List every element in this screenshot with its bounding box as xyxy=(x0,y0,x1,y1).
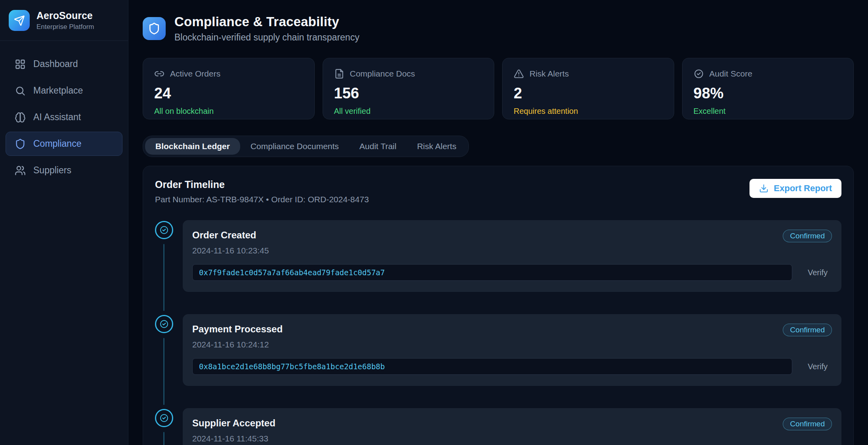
paper-plane-icon xyxy=(14,15,25,26)
page-header-text: Compliance & Traceability Blockchain-ver… xyxy=(174,14,359,43)
page-subtitle: Blockchain-verified supply chain transpa… xyxy=(174,32,359,43)
timeline-connector xyxy=(163,338,164,405)
timeline-gutter xyxy=(155,408,173,445)
page-header-shield-badge xyxy=(143,17,166,40)
stat-label: Active Orders xyxy=(170,69,220,79)
stat-label: Compliance Docs xyxy=(350,69,415,79)
shield-icon xyxy=(15,138,26,150)
status-badge: Confirmed xyxy=(783,230,832,242)
sidebar-item-compliance[interactable]: Compliance xyxy=(6,132,122,156)
sidebar-item-ai-assistant[interactable]: AI Assistant xyxy=(6,105,122,129)
timeline-card: Order Created Confirmed 2024-11-16 10:23… xyxy=(183,220,841,292)
sidebar: AeroSource Enterprise Platform Dashboard… xyxy=(0,0,128,445)
brand-text: AeroSource Enterprise Platform xyxy=(36,10,94,31)
stat-value: 98% xyxy=(694,85,843,102)
alert-triangle-icon xyxy=(514,69,524,79)
tab-bar: Blockchain Ledger Compliance Documents A… xyxy=(143,136,469,157)
event-timestamp: 2024-11-16 11:45:33 xyxy=(192,434,832,443)
sidebar-item-label: AI Assistant xyxy=(33,112,81,123)
verify-button[interactable]: Verify xyxy=(803,268,832,277)
sidebar-item-dashboard[interactable]: Dashboard xyxy=(6,52,122,76)
brand: AeroSource Enterprise Platform xyxy=(0,0,128,40)
check-circle-icon xyxy=(159,225,169,235)
dashboard-grid-icon xyxy=(15,59,26,70)
timeline-step-marker xyxy=(155,221,173,239)
event-title: Order Created xyxy=(192,230,256,241)
sidebar-item-label: Suppliers xyxy=(33,165,71,176)
main-content: Compliance & Traceability Blockchain-ver… xyxy=(128,0,868,445)
timeline-connector xyxy=(163,432,164,445)
sidebar-item-label: Marketplace xyxy=(33,85,83,96)
stat-subtext: All on blockchain xyxy=(154,107,303,116)
timeline-card: Supplier Accepted Confirmed 2024-11-16 1… xyxy=(183,408,841,445)
stats-row: Active Orders 24 All on blockchain Compl… xyxy=(143,58,854,119)
check-circle-icon xyxy=(159,319,169,329)
timeline-card: Payment Processed Confirmed 2024-11-16 1… xyxy=(183,314,841,386)
stat-subtext: All verified xyxy=(334,107,483,116)
blockchain-hash: 0x7f9fade1c0d57a7af66ab4ead79fade1c0d57a… xyxy=(192,264,792,281)
stat-card-compliance-docs: Compliance Docs 156 All verified xyxy=(323,58,495,119)
blockchain-hash: 0x8a1bce2d1e68b8bg77bc5fbe8a1bce2d1e68b8… xyxy=(192,358,792,375)
users-icon xyxy=(15,165,26,176)
sidebar-item-label: Compliance xyxy=(33,138,81,149)
timeline: Order Created Confirmed 2024-11-16 10:23… xyxy=(155,220,841,445)
tab-blockchain-ledger[interactable]: Blockchain Ledger xyxy=(145,138,240,155)
check-circle-icon xyxy=(694,69,704,79)
app-root: AeroSource Enterprise Platform Dashboard… xyxy=(0,0,868,445)
link-icon xyxy=(154,69,164,79)
brand-name: AeroSource xyxy=(36,10,94,21)
panel-title: Order Timeline xyxy=(155,179,369,190)
sidebar-nav: Dashboard Marketplace AI Assistant Compl… xyxy=(0,41,128,194)
event-timestamp: 2024-11-16 10:23:45 xyxy=(192,246,832,255)
page-title: Compliance & Traceability xyxy=(174,14,359,29)
timeline-step-marker xyxy=(155,409,173,427)
stat-label: Audit Score xyxy=(709,69,753,79)
timeline-connector xyxy=(163,244,164,311)
order-timeline-panel: Order Timeline Part Number: AS-TRB-9847X… xyxy=(143,166,854,445)
tab-risk-alerts[interactable]: Risk Alerts xyxy=(407,138,467,155)
stat-card-audit-score: Audit Score 98% Excellent xyxy=(682,58,854,119)
timeline-gutter xyxy=(155,220,173,292)
stat-value: 2 xyxy=(514,85,663,102)
sidebar-item-label: Dashboard xyxy=(33,59,78,69)
status-badge: Confirmed xyxy=(783,418,832,430)
stat-label: Risk Alerts xyxy=(530,69,569,79)
event-title: Payment Processed xyxy=(192,324,283,335)
search-icon xyxy=(15,85,26,96)
timeline-gutter xyxy=(155,314,173,386)
file-text-icon xyxy=(334,69,344,79)
panel-header: Order Timeline Part Number: AS-TRB-9847X… xyxy=(155,179,841,204)
export-report-label: Export Report xyxy=(774,183,832,194)
stat-card-active-orders: Active Orders 24 All on blockchain xyxy=(143,58,315,119)
page-header: Compliance & Traceability Blockchain-ver… xyxy=(143,14,854,43)
brand-logo xyxy=(9,10,30,31)
stat-value: 24 xyxy=(154,85,303,102)
shield-icon xyxy=(148,22,161,35)
tab-compliance-documents[interactable]: Compliance Documents xyxy=(240,138,349,155)
export-report-button[interactable]: Export Report xyxy=(749,179,841,198)
tab-audit-trail[interactable]: Audit Trail xyxy=(349,138,407,155)
stat-subtext: Excellent xyxy=(694,107,843,116)
timeline-entry-payment-processed: Payment Processed Confirmed 2024-11-16 1… xyxy=(155,314,841,386)
panel-subtitle: Part Number: AS-TRB-9847X • Order ID: OR… xyxy=(155,195,369,204)
sidebar-item-marketplace[interactable]: Marketplace xyxy=(6,79,122,103)
timeline-step-marker xyxy=(155,315,173,333)
status-badge: Confirmed xyxy=(783,324,832,336)
verify-button[interactable]: Verify xyxy=(803,362,832,371)
panel-header-text: Order Timeline Part Number: AS-TRB-9847X… xyxy=(155,179,369,204)
sidebar-item-suppliers[interactable]: Suppliers xyxy=(6,158,122,182)
timeline-entry-supplier-accepted: Supplier Accepted Confirmed 2024-11-16 1… xyxy=(155,408,841,445)
stat-subtext: Requires attention xyxy=(514,107,663,116)
check-circle-icon xyxy=(159,413,169,423)
stat-value: 156 xyxy=(334,85,483,102)
stat-card-risk-alerts: Risk Alerts 2 Requires attention xyxy=(502,58,674,119)
brand-subtitle: Enterprise Platform xyxy=(36,23,94,31)
event-title: Supplier Accepted xyxy=(192,418,275,429)
timeline-entry-order-created: Order Created Confirmed 2024-11-16 10:23… xyxy=(155,220,841,292)
brain-icon xyxy=(15,112,26,123)
event-timestamp: 2024-11-16 10:24:12 xyxy=(192,340,832,349)
download-icon xyxy=(759,184,769,193)
